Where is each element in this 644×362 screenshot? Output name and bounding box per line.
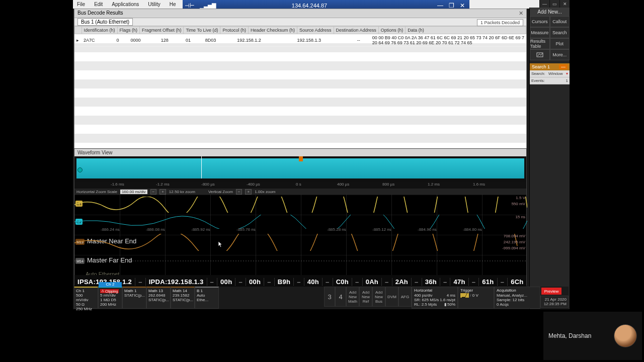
search-button[interactable]: Search: [550, 27, 570, 38]
add-new-title: Add New...: [530, 8, 570, 16]
menu-apps[interactable]: Applications: [112, 2, 139, 7]
math14-card[interactable]: Math 14 239.1582 STATIC(p...: [171, 287, 195, 309]
add-new-panel: Add New... Cursors Callout Measure Searc…: [529, 8, 570, 309]
mouse-cursor-icon: [218, 241, 223, 248]
menu-utility[interactable]: Utility: [148, 2, 160, 7]
status-bar: Ch 1 500 mV/div 50 Ω 250 MHz Ch 2 ⚠Clipp…: [74, 287, 569, 309]
draw-button[interactable]: [530, 49, 550, 60]
waveform-canvas[interactable]: C1 1.5 V 550 mV C2 15 ns -886.24 ns -886…: [74, 195, 526, 288]
math14-trace: [74, 254, 527, 268]
zoom-in-icon[interactable]: +: [159, 189, 166, 195]
warning-icon: ⚠: [101, 289, 104, 293]
zoom-out-icon[interactable]: −: [150, 189, 157, 195]
results-table-button[interactable]: Results Table: [530, 38, 550, 49]
add-ref-button[interactable]: AddNewRef: [359, 287, 372, 307]
math1-card[interactable]: Math 1 STATIC(p...: [122, 287, 146, 309]
bus-tab[interactable]: Bus 1 (Auto Ethernet): [77, 18, 133, 26]
app-min-icon[interactable]: —: [539, 0, 549, 8]
search-result-badge[interactable]: Search 1— Search:Window▾ Events:1: [530, 63, 570, 84]
search-count-chip: —: [559, 64, 568, 69]
more-button[interactable]: More...: [550, 49, 570, 60]
participant-name: Mehta, Darshan: [548, 332, 591, 339]
svg-rect-0: [537, 53, 543, 57]
packet-count: 1 Packets Decoded: [477, 19, 523, 26]
participant-tile[interactable]: Mehta, Darshan: [543, 312, 642, 360]
plot-button[interactable]: Plot: [550, 38, 570, 49]
menu-edit[interactable]: Edit: [94, 2, 103, 7]
trigger-card[interactable]: Trigger ▁╱ / 0 V: [458, 287, 494, 309]
remote-close-icon[interactable]: ✕: [458, 2, 466, 9]
ch2-trace: [74, 215, 527, 229]
horizontal-card[interactable]: Horizontal 400 ps/div4 ms SR: 625 MS/s1.…: [412, 287, 458, 309]
add-math-button[interactable]: AddNewMath: [346, 287, 359, 307]
overview-timeline: -1.6 ms -1.2 ms -800 µs -400 µs 0 s 400 …: [74, 182, 526, 189]
decode-title: Bus Decode Results: [77, 10, 123, 17]
hzoom-value[interactable]: 160.00 ns/div: [120, 190, 147, 194]
app-max-icon[interactable]: ▭: [549, 0, 559, 8]
decode-header-row: Identificaton (h) Flags (h) Fragment Off…: [75, 27, 526, 34]
menu-file[interactable]: File: [77, 2, 85, 7]
cursors-button[interactable]: Cursors: [530, 16, 550, 27]
ch2-card[interactable]: Ch 2 ⚠Clipping 5 mV/div 1 MΩ D5 200 MHz: [98, 287, 122, 309]
app-close-icon[interactable]: ✕: [559, 0, 570, 8]
decode-table: Identificaton (h) Flags (h) Fragment Off…: [74, 26, 526, 34]
math13-trace: [74, 234, 527, 251]
bus-decode-panel: Bus Decode Results ✕ Bus 1 (Auto Etherne…: [74, 9, 527, 148]
menu-help[interactable]: He: [170, 2, 176, 7]
pin-icon[interactable]: ⊣⊢: [185, 3, 195, 9]
app-window-controls: — ▭ ✕: [539, 0, 570, 8]
table-row[interactable]: ▸ 2A7C 0 0000 128 01 8D03 192.158.1.2 19…: [74, 34, 526, 47]
remote-restore-icon[interactable]: ❐: [447, 2, 455, 9]
acquisition-card[interactable]: Acquisition Manual, Analyz... Sample: 12…: [494, 287, 540, 309]
math13-card[interactable]: Math 13 262.6948 STATIC(p...: [146, 287, 171, 309]
waveform-overview[interactable]: [74, 156, 526, 182]
preview-button[interactable]: Preview: [541, 288, 561, 295]
search-title: Search 1: [532, 64, 550, 69]
ch1-card[interactable]: Ch 1 500 mV/div 50 Ω 250 MHz: [74, 287, 98, 309]
afg-button[interactable]: AFG: [398, 287, 412, 307]
signal-icon: ▁▃▅▇: [200, 3, 216, 9]
decode-close-icon[interactable]: ✕: [519, 10, 523, 17]
ch-marker-icon[interactable]: [77, 167, 83, 172]
waveform-title: Waveform View: [74, 149, 526, 156]
ch1-trace: [74, 197, 527, 213]
avatar: [614, 324, 637, 347]
vzoom-out-icon[interactable]: −: [236, 189, 243, 195]
edge-icon: ▁╱: [460, 293, 469, 298]
remote-min-icon[interactable]: —: [436, 2, 444, 9]
bus1-card[interactable]: B 1 Auto Ethe...: [195, 287, 219, 309]
zoom-controls: Horizontal Zoom Scale 160.00 ns/div − + …: [74, 189, 526, 195]
datetime: 21 Apr 2020 12:28:35 PM: [540, 296, 569, 308]
remote-ip: 134.64.244.87: [183, 3, 436, 9]
slot4-button[interactable]: 4: [335, 287, 346, 307]
callout-button[interactable]: Callout: [550, 16, 570, 27]
measure-button[interactable]: Measure: [530, 27, 550, 38]
slot3-button[interactable]: 3: [324, 287, 335, 307]
vzoom-in-icon[interactable]: +: [245, 189, 252, 195]
bus-tab-bar: Bus 1 (Auto Ethernet) 1 Packets Decoded: [74, 18, 526, 26]
dvm-button[interactable]: DVM: [385, 287, 398, 307]
add-bus-button[interactable]: AddNewBus: [372, 287, 385, 307]
waveform-panel: Waveform View -1.6 ms -1.2 ms -800 µs -4…: [74, 148, 527, 286]
chevron-down-icon[interactable]: ▾: [566, 71, 568, 76]
trigger-flag-icon[interactable]: [299, 156, 303, 161]
